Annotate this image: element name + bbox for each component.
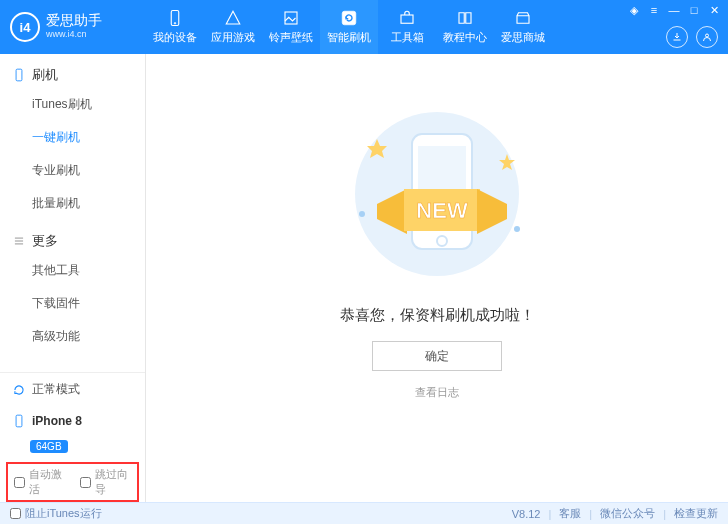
nav-tutorials[interactable]: 教程中心: [436, 0, 494, 54]
svg-point-5: [706, 34, 709, 37]
svg-rect-6: [16, 69, 22, 81]
nav-toolbox[interactable]: 工具箱: [378, 0, 436, 54]
menu-icon[interactable]: ≡: [648, 4, 660, 16]
nav-label: 爱思商城: [501, 30, 545, 45]
nav-my-device[interactable]: 我的设备: [146, 0, 204, 54]
store-icon: [514, 9, 532, 27]
wallpaper-icon: [282, 9, 300, 27]
footer-link-update[interactable]: 检查更新: [674, 506, 718, 521]
app-url: www.i4.cn: [46, 27, 102, 41]
checkbox-label: 阻止iTunes运行: [25, 506, 102, 521]
svg-rect-4: [401, 15, 413, 23]
nav-flash[interactable]: 智能刷机: [320, 0, 378, 54]
sidebar: 刷机 iTunes刷机 一键刷机 专业刷机 批量刷机 更多 其他工具 下载固件 …: [0, 54, 146, 502]
sidebar-item-pro-flash[interactable]: 专业刷机: [32, 154, 145, 187]
skin-icon[interactable]: ◈: [628, 4, 640, 16]
checkbox-skip-wizard[interactable]: 跳过向导: [80, 467, 132, 497]
svg-point-1: [174, 23, 176, 25]
app-logo: i4 爱思助手 www.i4.cn: [0, 12, 146, 42]
nav-label: 工具箱: [391, 30, 424, 45]
sidebar-item-advanced[interactable]: 高级功能: [32, 320, 145, 353]
version-label: V8.12: [512, 508, 541, 520]
window-controls: ◈ ≡ — □ ✕: [628, 4, 720, 16]
success-illustration: NEW: [322, 94, 552, 284]
nav-label: 铃声壁纸: [269, 30, 313, 45]
separator: |: [589, 508, 592, 520]
download-icon[interactable]: [666, 26, 688, 48]
checkbox-auto-activate[interactable]: 自动激活: [14, 467, 66, 497]
status-bar: 阻止iTunes运行 V8.12 | 客服 | 微信公众号 | 检查更新: [0, 502, 728, 524]
main-content: NEW 恭喜您，保资料刷机成功啦！ 确定 查看日志: [146, 54, 728, 502]
checkbox-label: 自动激活: [29, 467, 66, 497]
apps-icon: [224, 9, 242, 27]
nav-label: 我的设备: [153, 30, 197, 45]
svg-point-12: [514, 226, 520, 232]
footer-link-support[interactable]: 客服: [559, 506, 581, 521]
refresh-icon: [12, 383, 26, 397]
nav-label: 应用游戏: [211, 30, 255, 45]
sidebar-group-label: 刷机: [32, 66, 58, 84]
app-name: 爱思助手: [46, 12, 102, 28]
new-badge-text: NEW: [416, 198, 468, 223]
sidebar-mode[interactable]: 正常模式: [0, 373, 145, 406]
refresh-icon: [340, 9, 358, 27]
maximize-icon[interactable]: □: [688, 4, 700, 16]
close-icon[interactable]: ✕: [708, 4, 720, 16]
sidebar-item-download-fw[interactable]: 下载固件: [32, 287, 145, 320]
user-icon[interactable]: [696, 26, 718, 48]
phone-icon: [166, 9, 184, 27]
sidebar-group-label: 更多: [32, 232, 58, 250]
svg-rect-3: [342, 11, 356, 25]
success-message: 恭喜您，保资料刷机成功啦！: [340, 306, 535, 325]
nav-apps[interactable]: 应用游戏: [204, 0, 262, 54]
options-highlight: 自动激活 跳过向导: [6, 462, 139, 502]
list-icon: [12, 234, 26, 248]
title-bar: i4 爱思助手 www.i4.cn 我的设备 应用游戏 铃声壁纸 智能刷机 工具…: [0, 0, 728, 54]
phone-icon: [12, 68, 26, 82]
checkbox-label: 跳过向导: [95, 467, 132, 497]
svg-point-11: [359, 211, 365, 217]
storage-badge: 64GB: [30, 440, 68, 453]
toolbox-icon: [398, 9, 416, 27]
ok-button[interactable]: 确定: [372, 341, 502, 371]
footer-link-wechat[interactable]: 微信公众号: [600, 506, 655, 521]
sidebar-item-batch-flash[interactable]: 批量刷机: [32, 187, 145, 220]
sidebar-item-itunes-flash[interactable]: iTunes刷机: [32, 88, 145, 121]
phone-icon: [12, 414, 26, 428]
view-log-link[interactable]: 查看日志: [415, 385, 459, 400]
checkbox-block-itunes[interactable]: 阻止iTunes运行: [10, 506, 102, 521]
nav-store[interactable]: 爱思商城: [494, 0, 552, 54]
minimize-icon[interactable]: —: [668, 4, 680, 16]
separator: |: [663, 508, 666, 520]
sidebar-group-flash: 刷机: [0, 54, 145, 88]
device-label: iPhone 8: [32, 414, 82, 428]
nav-ringtones[interactable]: 铃声壁纸: [262, 0, 320, 54]
mode-label: 正常模式: [32, 381, 80, 398]
nav-label: 智能刷机: [327, 30, 371, 45]
nav-label: 教程中心: [443, 30, 487, 45]
separator: |: [548, 508, 551, 520]
svg-rect-7: [16, 415, 22, 427]
sidebar-device[interactable]: iPhone 8: [0, 406, 145, 436]
sidebar-group-more: 更多: [0, 220, 145, 254]
top-nav: 我的设备 应用游戏 铃声壁纸 智能刷机 工具箱 教程中心 爱思商城: [146, 0, 552, 54]
book-icon: [456, 9, 474, 27]
logo-icon: i4: [10, 12, 40, 42]
sidebar-item-oneclick-flash[interactable]: 一键刷机: [32, 121, 145, 154]
sidebar-item-other-tools[interactable]: 其他工具: [32, 254, 145, 287]
